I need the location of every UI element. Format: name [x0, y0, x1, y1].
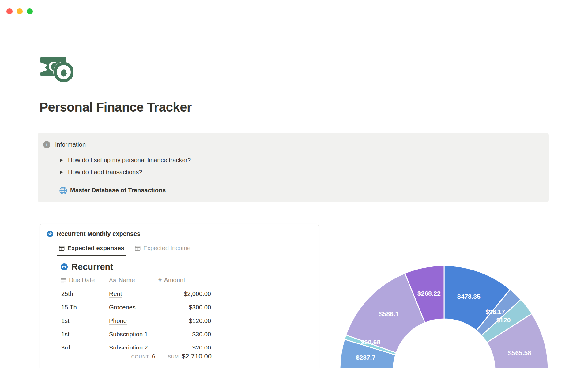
- tab-expected-income[interactable]: Expected Income: [133, 245, 193, 256]
- column-header-due-date[interactable]: Due Date: [57, 277, 107, 284]
- toggle-setup-question[interactable]: How do I set up my personal finance trac…: [60, 157, 191, 164]
- master-database-link[interactable]: Master Database of Transactions: [59, 186, 166, 195]
- amount-cell: $300.00: [158, 304, 213, 311]
- column-label: Amount: [164, 277, 185, 284]
- information-callout: i Information How do I set up my persona…: [38, 133, 549, 202]
- name-cell: Subscription 2: [107, 344, 158, 349]
- info-icon: i: [43, 141, 50, 148]
- table-body: 25thRent$2,000.0015 ThGroceries$300.001s…: [57, 287, 319, 349]
- count-calculation[interactable]: COUNT 6: [131, 349, 155, 363]
- view-tabs: Expected expenses Expected Income: [57, 245, 193, 256]
- text-property-icon: Aa: [109, 277, 116, 284]
- toggle-add-transactions-question[interactable]: How do I add transactions?: [60, 169, 142, 176]
- table-footer: COUNT 6 SUM $2,710.00: [57, 349, 319, 363]
- name-cell: Groceries: [107, 304, 158, 311]
- column-header-name[interactable]: Aa Name: [107, 277, 158, 284]
- due-date-cell: 15 Th: [57, 304, 107, 311]
- column-header-amount[interactable]: # Amount: [158, 277, 213, 284]
- name-cell: Subscription 1: [107, 331, 158, 338]
- tab-label: Expected expenses: [67, 245, 124, 252]
- due-date-cell: 25th: [57, 290, 107, 297]
- donut-segment-label: $30.68: [361, 339, 381, 346]
- card-title: Recurrent Monthly expenses: [57, 230, 140, 237]
- page-icon[interactable]: [39, 56, 74, 82]
- due-date-cell: 1st: [57, 331, 107, 338]
- name-cell-link[interactable]: Subscription 2: [109, 344, 148, 349]
- due-date-cell: 1st: [57, 317, 107, 324]
- amount-cell: $20.00: [158, 344, 213, 349]
- name-cell: Phone: [107, 317, 158, 324]
- table-header-row: Due Date Aa Name # Amount: [57, 277, 319, 284]
- table-row[interactable]: 1stSubscription 1$30.00: [57, 328, 319, 341]
- amount-cell: $2,000.00: [158, 290, 213, 297]
- table-icon: [59, 245, 65, 251]
- column-label: Due Date: [69, 277, 95, 284]
- database-title: Recurrent: [71, 262, 113, 272]
- table-row[interactable]: 3rdSubscription 2$20.00: [57, 341, 319, 349]
- due-date-cell: 3rd: [57, 344, 107, 349]
- amount-cell: $30.00: [158, 331, 213, 338]
- active-tab-underline: [57, 255, 126, 256]
- table-icon: [135, 245, 141, 251]
- callout-divider: [51, 151, 542, 151]
- tab-expected-expenses[interactable]: Expected expenses: [57, 245, 126, 256]
- name-cell-link[interactable]: Groceries: [109, 304, 136, 311]
- toggle-arrow-icon: [60, 159, 63, 162]
- donut-segment-label: $478.35: [457, 293, 481, 300]
- column-label: Name: [119, 277, 135, 284]
- recurrent-expenses-card: Recurrent Monthly expenses Expected expe…: [40, 224, 319, 368]
- table-row[interactable]: 15 ThGroceries$300.00: [57, 301, 319, 314]
- name-cell: Rent: [107, 290, 158, 297]
- table-row[interactable]: 1stPhone$120.00: [57, 314, 319, 328]
- donut-segment-label: $120: [496, 316, 511, 324]
- donut-segment-label: $565.58: [508, 349, 531, 356]
- circle-swap-arrows-icon: [61, 263, 68, 270]
- tab-label: Expected Income: [143, 245, 191, 252]
- count-label: COUNT: [131, 354, 149, 359]
- donut-segment-label: $98.17: [485, 308, 505, 315]
- name-cell-link[interactable]: Phone: [109, 317, 127, 325]
- text-lines-icon: [61, 278, 66, 283]
- callout-title: Information: [55, 141, 86, 148]
- money-bill-coin-icon: [39, 56, 74, 82]
- toggle-label: How do I add transactions?: [68, 169, 142, 176]
- globe-icon: [59, 186, 67, 195]
- minimize-window-button[interactable]: [17, 8, 23, 14]
- donut-segment-label: $586.1: [379, 310, 399, 317]
- notion-page: Personal Finance Tracker i Information H…: [0, 0, 588, 368]
- amount-cell: $120.00: [158, 317, 213, 324]
- donut-segment-label: $268.22: [417, 290, 441, 297]
- table-row[interactable]: 25thRent$2,000.00: [57, 287, 319, 301]
- callout-divider: [51, 181, 542, 181]
- sum-value: $2,710.00: [182, 352, 212, 360]
- toggle-arrow-icon: [60, 171, 63, 174]
- zoom-window-button[interactable]: [27, 8, 33, 14]
- name-cell-link[interactable]: Rent: [109, 290, 122, 298]
- donut-segment-label: $287.7: [356, 354, 375, 361]
- circle-down-arrow-icon: [47, 231, 53, 237]
- page-title: Personal Finance Tracker: [40, 100, 192, 115]
- name-cell-link[interactable]: Subscription 1: [109, 331, 148, 338]
- toggle-label: How do I set up my personal finance trac…: [68, 157, 191, 164]
- close-window-button[interactable]: [6, 8, 13, 14]
- database-title-row[interactable]: Recurrent: [61, 262, 113, 272]
- sum-label: SUM: [168, 354, 179, 359]
- master-database-link-label: Master Database of Transactions: [70, 187, 166, 194]
- count-value: 6: [152, 353, 155, 360]
- sum-calculation[interactable]: SUM $2,710.00: [168, 349, 212, 363]
- expenses-donut-chart: $478.35$98.17$120$565.58$287.7$30.68$586…: [300, 215, 588, 368]
- number-property-icon: #: [158, 277, 162, 284]
